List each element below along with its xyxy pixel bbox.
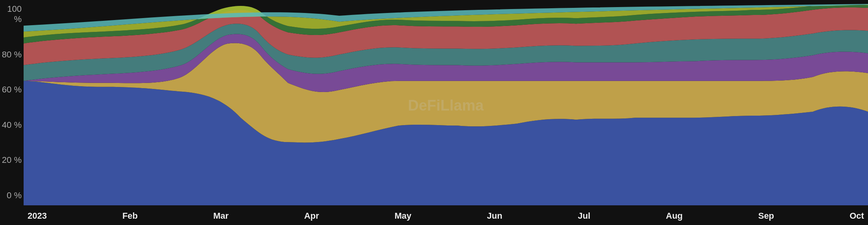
chart-area: DeFiLlama [24,4,868,205]
x-label-jul: Jul [578,211,591,221]
x-label-oct: Oct [850,211,864,221]
y-label-60: 60 % [0,85,22,95]
y-label-100: 100 % [0,4,22,24]
y-label-80: 80 % [0,50,22,60]
x-label-mar: Mar [213,211,229,221]
watermark-text: DeFiLlama [408,97,484,114]
x-label-2023: 2023 [28,211,47,221]
chart-svg: DeFiLlama [24,4,868,205]
x-label-apr: Apr [304,211,319,221]
y-label-0: 0 % [0,190,22,201]
x-label-jun: Jun [487,211,502,221]
x-label-aug: Aug [666,211,683,221]
y-label-40: 40 % [0,120,22,130]
x-axis: 2023 Feb Mar Apr May Jun Jul Aug Sep Oct [24,211,868,221]
y-label-20: 20 % [0,155,22,165]
x-label-feb: Feb [122,211,138,221]
y-axis: 100 % 80 % 60 % 40 % 20 % 0 % [0,0,24,205]
chart-container: 100 % 80 % 60 % 40 % 20 % 0 % [0,0,868,225]
x-label-may: May [395,211,412,221]
x-label-sep: Sep [758,211,774,221]
